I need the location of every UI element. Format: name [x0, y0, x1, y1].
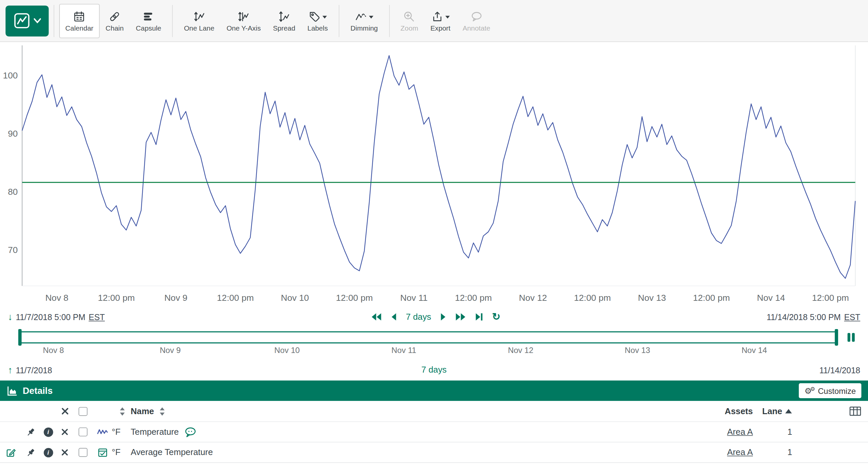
- dimming-icon: [355, 10, 374, 22]
- toolbar-label-chain: Chain: [105, 24, 123, 32]
- remove-all-button[interactable]: [61, 407, 69, 416]
- investigate-end-date[interactable]: 11/14/2018: [819, 365, 860, 374]
- step-back-full-button[interactable]: [371, 312, 382, 322]
- skip-to-now-button[interactable]: [475, 312, 483, 322]
- x-tick-label: Nov 14: [757, 293, 785, 303]
- toolbar-label-labels: Labels: [307, 24, 328, 32]
- spread-icon: [278, 10, 290, 22]
- one-y-axis-icon: [238, 10, 250, 22]
- range-end-datetime[interactable]: 11/14/2018 5:00 PM: [767, 312, 841, 322]
- step-back-half-button[interactable]: [391, 312, 397, 322]
- x-tick-label: Nov 13: [638, 293, 666, 303]
- display-range-start: ↓ 11/7/2018 5:00 PM EST: [8, 312, 105, 322]
- x-tick-label: 12:00 pm: [574, 293, 611, 303]
- x-tick-label: 12:00 pm: [693, 293, 730, 303]
- timeline-tick-label: Nov 11: [392, 346, 416, 355]
- timeline-resize-button[interactable]: [844, 331, 859, 345]
- add-column-button[interactable]: [849, 406, 861, 417]
- temperature-series-line[interactable]: [22, 56, 855, 278]
- step-forward-full-button[interactable]: [455, 312, 466, 322]
- investigate-duration[interactable]: 7 days: [0, 365, 868, 375]
- toolbar-button-chain[interactable]: Chain: [99, 4, 130, 38]
- pin-button[interactable]: [25, 447, 36, 458]
- toolbar-button-labels[interactable]: Labels: [302, 4, 334, 38]
- rewind-icon: [371, 312, 382, 322]
- trend-chart-svg[interactable]: 708090100Nov 812:00 pmNov 912:00 pmNov 1…: [0, 42, 868, 308]
- details-table-header: Name Assets Lane: [0, 401, 868, 422]
- area-chart-icon: [7, 385, 18, 396]
- investigate-start-date[interactable]: 11/7/2018: [16, 365, 52, 374]
- range-start-datetime[interactable]: 11/7/2018 5:00 PM: [16, 312, 85, 322]
- row-checkbox[interactable]: [79, 448, 88, 457]
- toolbar-button-dimming[interactable]: Dimming: [344, 4, 384, 38]
- pushpin-icon: [25, 427, 36, 437]
- x-tick-label: Nov 8: [45, 293, 68, 303]
- signal-icon: [97, 427, 108, 436]
- customize-button[interactable]: ⚙⚙ Customize: [799, 383, 861, 398]
- asset-link[interactable]: Area A: [727, 447, 752, 457]
- annotation-bubble-button[interactable]: [184, 426, 197, 437]
- x-tick-label: 12:00 pm: [455, 293, 492, 303]
- sort-name-left-button[interactable]: [119, 407, 125, 416]
- pin-button[interactable]: [25, 427, 36, 437]
- step-forward-half-button[interactable]: [440, 312, 446, 322]
- toolbar-label-one-y-axis: One Y-Axis: [226, 24, 261, 32]
- range-start-arrow-icon: ↓: [8, 312, 12, 322]
- screen: Calendar Chain Capsule: [0, 0, 868, 465]
- duration-display[interactable]: 7 days: [406, 312, 431, 322]
- table-row-temperature[interactable]: i °F Temperature: [0, 422, 868, 443]
- edit-formula-button[interactable]: [5, 447, 16, 458]
- toolbar-label-capsule: Capsule: [136, 24, 161, 32]
- asset-link[interactable]: Area A: [727, 427, 752, 437]
- y-tick-label: 70: [8, 245, 18, 255]
- worksheet-view-dropdown[interactable]: [6, 5, 49, 36]
- assets-column-header[interactable]: Assets: [724, 406, 753, 416]
- toolbar-label-calendar: Calendar: [65, 24, 93, 32]
- toolbar-button-spread[interactable]: Spread: [267, 4, 302, 38]
- timeline-zone: Nov 8Nov 9Nov 10Nov 11Nov 12Nov 13Nov 14: [0, 324, 868, 357]
- chain-icon: [108, 10, 121, 22]
- trend-workbench: Calendar Chain Capsule: [0, 0, 868, 465]
- name-column-header[interactable]: Name: [131, 406, 154, 416]
- toolbar-button-one-y-axis[interactable]: One Y-Axis: [221, 4, 267, 38]
- timeline-right-handle[interactable]: [835, 329, 838, 346]
- info-icon: i: [43, 448, 53, 457]
- lane-column-header[interactable]: Lane: [762, 406, 782, 416]
- remove-item-button[interactable]: [61, 428, 68, 436]
- investigate-end: 11/14/2018: [819, 365, 860, 374]
- info-icon: i: [43, 427, 53, 436]
- details-header: Details ⚙⚙ Customize: [0, 380, 868, 401]
- edit-pencil-icon: [5, 447, 16, 458]
- toolbar-button-export[interactable]: Export: [424, 4, 457, 38]
- toolbar-label-one-lane: One Lane: [184, 24, 214, 32]
- sort-name-right-button[interactable]: [160, 407, 165, 416]
- timeline-left-handle[interactable]: [18, 329, 22, 346]
- range-end-timezone-link[interactable]: EST: [844, 312, 860, 322]
- table-row-average-temperature[interactable]: i °F Average Temperature Area A 1: [0, 442, 868, 463]
- gears-icon: ⚙⚙: [804, 387, 815, 395]
- metric-icon: [97, 447, 108, 458]
- details-panel: Details ⚙⚙ Customize: [0, 380, 868, 463]
- timeline-tick-label: Nov 12: [508, 346, 533, 355]
- item-name: Temperature: [131, 427, 179, 437]
- select-all-checkbox[interactable]: [79, 407, 88, 416]
- range-start-timezone-link[interactable]: EST: [89, 312, 105, 322]
- info-button[interactable]: i: [43, 427, 53, 436]
- x-tick-label: 12:00 pm: [98, 293, 135, 303]
- toolbar-separator: [172, 5, 173, 37]
- toolbar-button-one-lane[interactable]: One Lane: [178, 4, 221, 38]
- skip-to-end-icon: [475, 312, 483, 322]
- zoom-icon: [403, 10, 415, 22]
- info-button[interactable]: i: [43, 448, 53, 457]
- playback-controls: 7 days ↻: [105, 312, 767, 322]
- pushpin-icon: [25, 447, 36, 458]
- remove-item-button[interactable]: [61, 449, 68, 456]
- add-column-icon: [849, 406, 861, 417]
- toolbar-button-calendar[interactable]: Calendar: [59, 4, 99, 38]
- y-tick-label: 100: [3, 70, 18, 80]
- row-checkbox[interactable]: [79, 427, 88, 436]
- trend-chart[interactable]: 708090100Nov 812:00 pmNov 912:00 pmNov 1…: [0, 42, 868, 308]
- timeline-slider[interactable]: [19, 331, 837, 344]
- toolbar-button-capsule[interactable]: Capsule: [130, 4, 167, 38]
- auto-update-button[interactable]: ↻: [492, 312, 500, 322]
